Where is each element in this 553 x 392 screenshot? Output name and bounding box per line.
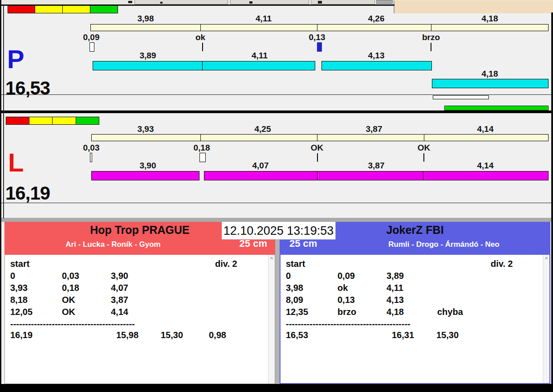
- scroll-up-arrow[interactable]: ^: [543, 255, 549, 261]
- table-row: 3,93 0,18 4,07: [5, 283, 275, 295]
- l-split-segment: [423, 172, 548, 180]
- l-exchange-marker-tick: [317, 153, 318, 162]
- p-split-segment: [203, 61, 315, 70]
- l-split-value: 3,90: [121, 161, 175, 171]
- scroll-up-arrow[interactable]: ^: [268, 255, 275, 261]
- p-exchange-marker-tick: [431, 43, 431, 51]
- left-team-members: Ari - Lucka - Roník - Gyom: [4, 240, 275, 249]
- legend-red-segment: [8, 5, 35, 13]
- p-mark-label: 0,09: [65, 33, 118, 42]
- p-scale-value: 3,98: [119, 14, 172, 24]
- toolbar-fragment: [230, 0, 309, 4]
- table-row: 3,98 ok 4,11: [281, 283, 549, 295]
- table-row: 8,09 0,13 4,13: [281, 295, 549, 307]
- legend-red-segment: [6, 117, 29, 125]
- l-mark-label: 0,03: [65, 143, 118, 153]
- p-scale-segment: [91, 24, 201, 31]
- window-inner-frame: [3, 5, 4, 218]
- right-result-table: start div. 2 0 0,09 3,89 3,98 ok 4,11 8,…: [280, 255, 550, 384]
- l-split-bar: [204, 171, 549, 180]
- division-label: div. 2: [491, 259, 513, 269]
- p-split-segment: [432, 79, 548, 88]
- p-bottom-separator: [1, 94, 552, 95]
- p-scale-value: 4,11: [237, 14, 290, 24]
- panel-gap: [275, 222, 280, 384]
- p-finish-green-bar: [444, 106, 549, 110]
- l-exchange-marker-box: [90, 153, 92, 162]
- p-exchange-marker-box: [89, 42, 94, 52]
- l-exchange-marker-box: [199, 153, 206, 162]
- p-split-value: 4,13: [350, 51, 403, 61]
- window-left-border: [0, 0, 1, 392]
- table-row: 0 0,09 3,89: [281, 271, 549, 283]
- l-scale-segment: [424, 135, 548, 141]
- p-mark-label: ok: [174, 33, 227, 42]
- window-bottom-border: [0, 384, 553, 392]
- l-scale-value: 4,25: [236, 124, 289, 134]
- legend-green-segment: [90, 5, 118, 13]
- p-zone-legend: [8, 5, 118, 13]
- p-split-bar: [321, 61, 432, 70]
- toolbar-fragment: [376, 0, 393, 4]
- table-row: 12,35 brzo 4,18 chyba: [281, 307, 549, 319]
- start-label: start: [10, 259, 29, 269]
- toolbar-glyph-fragment: [249, 1, 252, 4]
- p-mark-label: 0,13: [290, 33, 344, 42]
- l-mark-label: OK: [290, 143, 344, 153]
- p-lane-label: P: [7, 46, 24, 72]
- p-split-bar: [93, 61, 315, 70]
- lane-divider: [0, 110, 553, 113]
- l-start-scale-bar: [91, 134, 549, 141]
- division-label: div. 2: [215, 259, 237, 269]
- l-split-value: 4,07: [234, 161, 287, 171]
- legend-yellow-segment: [29, 117, 53, 125]
- right-team-members: Rumli - Drogo - Ármándó - Neo: [280, 240, 550, 249]
- p-split-bar: [432, 79, 549, 88]
- datetime-display: 12.10.2025 13:19:53: [222, 222, 336, 240]
- l-lane-label: L: [8, 150, 24, 176]
- p-scale-value: 4,18: [463, 14, 516, 24]
- l-scale-segment: [201, 135, 317, 141]
- l-split-value: 4,14: [459, 161, 512, 171]
- section-divider: [0, 218, 553, 222]
- l-zone-legend: [6, 117, 99, 125]
- scrollbar[interactable]: ^: [543, 255, 549, 383]
- p-finish-marker-box: [433, 95, 489, 99]
- l-mark-label: OK: [397, 143, 451, 153]
- p-split-segment: [93, 61, 203, 70]
- legend-yellow-segment: [53, 117, 76, 125]
- toolbar-glyph-fragment: [160, 2, 163, 4]
- l-split-value: 3,87: [350, 161, 403, 171]
- totals-row: 16,53 16,31 15,30: [281, 330, 549, 342]
- scrollbar[interactable]: ^: [268, 255, 275, 384]
- p-scale-segment: [201, 24, 317, 31]
- background-window-strip: [394, 0, 553, 13]
- l-split-segment: [92, 172, 199, 180]
- timing-app-window: 3,98 4,11 4,26 4,18 0,09 ok 0,13 brzo 3,…: [0, 0, 553, 392]
- left-result-table: start div. 2 0 0,03 3,90 3,93 0,18 4,07 …: [4, 255, 275, 384]
- left-team-panel: Hop Trop PRAGUE Ari - Lucka - Roník - Gy…: [4, 222, 275, 384]
- p-scale-value: 4,26: [350, 14, 403, 24]
- p-split-value: 3,89: [121, 51, 175, 61]
- p-lane-total-time: 16,53: [5, 78, 50, 99]
- p-start-scale-bar: [90, 24, 549, 31]
- window-right-border: [551, 12, 553, 392]
- l-split-segment: [317, 172, 423, 180]
- p-scale-segment: [317, 24, 431, 31]
- legend-yellow-segment: [35, 5, 63, 13]
- table-header-row: start div. 2: [281, 259, 549, 271]
- l-scale-value: 3,87: [347, 124, 401, 134]
- p-mark-label: brzo: [404, 33, 458, 42]
- totals-row: 16,19 15,98 15,30 0,98: [5, 330, 275, 342]
- l-scale-value: 4,14: [459, 124, 512, 134]
- separator-row: ----------------------------------------…: [281, 319, 549, 330]
- toolbar-glyph-fragment: [318, 1, 322, 4]
- toolbar-glyph-fragment: [128, 1, 132, 3]
- l-bottom-separator: [1, 203, 552, 203]
- p-split-value: 4,11: [233, 51, 286, 61]
- table-row: 0 0,03 3,90: [5, 271, 275, 283]
- l-lane-total-time: 16,19: [5, 183, 50, 204]
- l-split-bar: [91, 171, 199, 180]
- legend-green-segment: [76, 117, 99, 125]
- l-scale-segment: [317, 135, 424, 141]
